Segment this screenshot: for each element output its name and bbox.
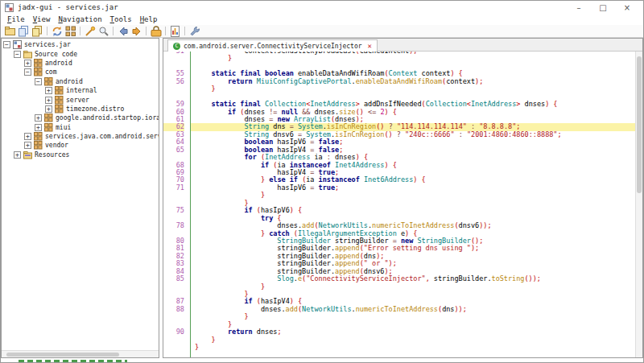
editor-vertical-scrollbar[interactable]: [635, 52, 642, 357]
minimize-button[interactable]: –: [567, 2, 591, 14]
menu-file[interactable]: File: [3, 15, 29, 23]
tree-item-label: timezone.distro: [66, 105, 124, 113]
toolbar-separator: [113, 27, 114, 35]
jadx-app-icon: [5, 3, 14, 12]
menu-bar: FileViewNavigationToolsHelp: [1, 14, 643, 25]
toolbar-separator: [80, 27, 80, 35]
line-number: [163, 55, 184, 62]
tree-item-android[interactable]: −android: [2, 77, 159, 86]
deobfuscation-icon[interactable]: [149, 25, 163, 37]
code-line: }: [191, 283, 635, 291]
code-line: return dnses;: [191, 328, 635, 336]
scrollbar-thumb[interactable]: [6, 353, 119, 357]
expand-icon[interactable]: +: [24, 142, 31, 149]
package-icon: [34, 132, 43, 141]
package-icon: [55, 96, 64, 105]
tree-item-label: internal: [66, 87, 97, 94]
save-all-icon[interactable]: [31, 25, 44, 37]
tree-item-vendor[interactable]: +vendor: [2, 141, 159, 150]
code-line: dnses.add(NetworkUtils.numericToInetAddr…: [191, 306, 635, 313]
log-viewer-icon[interactable]: [168, 25, 182, 37]
reload-icon[interactable]: [50, 25, 64, 37]
line-number: [163, 85, 184, 93]
class-search-icon[interactable]: [97, 25, 110, 37]
collapse-icon[interactable]: −: [24, 68, 31, 76]
menu-tools[interactable]: Tools: [106, 15, 136, 23]
tab-close-icon[interactable]: ✕: [368, 42, 372, 50]
toolbar: [1, 25, 643, 38]
toolbar-separator: [165, 27, 166, 35]
line-number: [163, 313, 184, 320]
package-icon: [34, 68, 43, 76]
code-area[interactable]: 5155565960616263646568697071757880818283…: [163, 52, 642, 357]
expand-icon[interactable]: +: [45, 97, 52, 104]
menu-view[interactable]: View: [29, 15, 55, 23]
code-line: return MiuiConfigCaptivePortal.enableDat…: [191, 78, 635, 85]
package-tree[interactable]: −services.jar−Source code+android−com−an…: [2, 39, 159, 159]
toolbar-separator: [184, 27, 185, 35]
expand-icon[interactable]: +: [35, 114, 42, 122]
tree-item-server[interactable]: +server: [2, 95, 159, 104]
code-line: }: [191, 85, 635, 93]
package-icon: [55, 86, 64, 95]
tab-connectivity-service-injector[interactable]: C com.android.server.ConnectivityService…: [167, 39, 378, 52]
tree-item-google-android-startop-iorap[interactable]: +google.android.startop.iorap: [2, 113, 159, 122]
text-search-icon[interactable]: [83, 25, 97, 37]
tree-item-com[interactable]: −com: [2, 68, 159, 76]
tab-bar: C com.android.server.ConnectivityService…: [163, 39, 642, 52]
forward-icon[interactable]: [130, 25, 143, 37]
close-button[interactable]: ×: [615, 2, 639, 14]
line-number: 90: [163, 328, 184, 336]
open-file-icon[interactable]: [3, 25, 17, 37]
line-number: 75: [163, 207, 184, 214]
flat-packages-icon[interactable]: [64, 25, 77, 37]
tree-item-resources[interactable]: +Resources: [2, 151, 159, 159]
sidebar-panel: −services.jar−Source code+android−com−an…: [1, 38, 159, 358]
screen-edge-artifact: [19, 360, 127, 362]
main-content: −services.jar−Source code+android−com−an…: [1, 38, 643, 358]
tree-item-android[interactable]: +android: [2, 59, 159, 68]
source-folder-icon: [23, 50, 32, 59]
back-icon[interactable]: [116, 25, 130, 37]
line-number: 85: [163, 275, 184, 283]
tree-item-label: miui: [56, 124, 71, 131]
expand-icon[interactable]: +: [45, 87, 52, 94]
code-lines: context.sendStickyBroadcast(cachedIntent…: [191, 52, 635, 357]
tree-item-miui[interactable]: +miui: [2, 123, 159, 132]
tree-item-services-java-com-android-server-[interactable]: +services.java.com.android.server.: [2, 132, 159, 141]
collapse-icon[interactable]: −: [14, 51, 21, 58]
preferences-icon[interactable]: [188, 25, 201, 37]
tree-item-services-jar[interactable]: −services.jar: [2, 40, 159, 49]
collapse-icon[interactable]: −: [3, 41, 10, 48]
line-number: [163, 344, 184, 351]
title-bar: jadx-gui - services.jar – □ ×: [1, 1, 643, 14]
line-number: 78: [163, 222, 184, 229]
collapse-icon[interactable]: −: [35, 78, 42, 85]
menu-navigation[interactable]: Navigation: [54, 15, 105, 23]
line-number-gutter: 5155565960616263646568697071757880818283…: [163, 52, 191, 357]
menu-help[interactable]: Help: [136, 15, 162, 23]
line-number: [163, 192, 184, 199]
scrollbar-thumb[interactable]: [637, 56, 642, 193]
expand-icon[interactable]: +: [45, 105, 52, 113]
tree-item-internal[interactable]: +internal: [2, 86, 159, 95]
tree-item-timezone-distro[interactable]: +timezone.distro: [2, 105, 159, 113]
code-line: }: [191, 55, 635, 62]
code-line: }: [191, 313, 635, 320]
tree-item-label: com: [45, 68, 56, 76]
expand-icon[interactable]: +: [14, 151, 21, 159]
maximize-button[interactable]: □: [591, 2, 615, 14]
package-icon: [34, 141, 43, 150]
expand-icon[interactable]: +: [24, 133, 31, 140]
expand-icon[interactable]: +: [24, 60, 31, 67]
line-number: [163, 283, 184, 291]
tree-item-label: Resources: [35, 151, 69, 159]
sidebar-horizontal-scrollbar[interactable]: [2, 350, 159, 357]
tree-item-source-code[interactable]: −Source code: [2, 49, 159, 58]
package-icon: [44, 123, 53, 132]
expand-icon[interactable]: +: [35, 124, 42, 131]
line-number: 71: [163, 184, 184, 192]
add-files-icon[interactable]: [17, 25, 31, 37]
line-number: 56: [163, 78, 184, 85]
tree-item-label: services.java.com.android.server.: [45, 133, 159, 140]
